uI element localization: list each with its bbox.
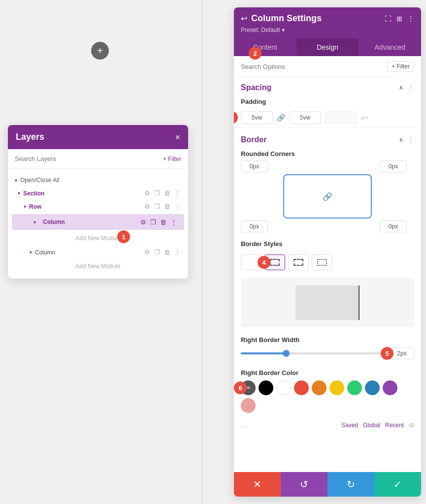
border-dashed-icon — [294, 259, 303, 266]
tree-item-column1[interactable]: ▾ Column ⚙ ❐ 🗑 ⋮ — [12, 214, 184, 230]
color-swatch-green[interactable] — [347, 380, 362, 395]
row-menu-icon[interactable]: ⋮ — [174, 202, 181, 211]
redo-button[interactable]: ↻ — [328, 472, 374, 497]
panel-filter-button[interactable]: + Filter — [387, 61, 414, 72]
column2-menu-icon[interactable]: ⋮ — [174, 248, 181, 256]
corner-top-right-input[interactable] — [380, 160, 407, 172]
tree-item-row[interactable]: ▾ Row ⚙ ❐ 🗑 ⋮ — [8, 200, 188, 213]
open-close-arrow-icon: ▾ — [15, 178, 17, 183]
color-swatch-black[interactable] — [259, 380, 273, 395]
step-badge-2: 2 — [249, 47, 262, 60]
padding-bottom-input[interactable] — [289, 111, 321, 124]
slider-fill — [241, 352, 284, 354]
panel-columns-icon[interactable]: ⊞ — [396, 15, 402, 23]
column2-icons: ⚙ ❐ 🗑 ⋮ — [144, 248, 181, 256]
color-swatch-blue[interactable] — [365, 380, 380, 395]
color-swatch-orange[interactable] — [312, 380, 327, 395]
cancel-button[interactable]: ✕ — [234, 472, 281, 497]
panel-preset[interactable]: Preset: Default ▾ — [241, 27, 414, 38]
panel-search-input[interactable] — [241, 63, 387, 70]
section-delete-icon[interactable]: 🗑 — [164, 189, 171, 197]
add-module-row-1: Add New Module — [8, 231, 188, 246]
section-settings-icon[interactable]: ⚙ — [144, 189, 151, 197]
tab-design[interactable]: Design — [296, 38, 359, 56]
color-swatch-yellow[interactable] — [329, 380, 344, 395]
column1-settings-icon[interactable]: ⚙ — [140, 218, 147, 226]
panel-header-top: ↩ Column Settings ⛶ ⊞ ⋮ — [241, 13, 414, 24]
padding-top-input[interactable] — [241, 111, 273, 124]
column2-duplicate-icon[interactable]: ❐ — [154, 248, 161, 256]
border-style-dotted2-button[interactable] — [312, 254, 332, 270]
panel-expand-icon[interactable]: ⛶ — [385, 15, 392, 23]
spacing-chevron-icon: ∧ — [399, 84, 403, 91]
layers-close-button[interactable]: × — [175, 133, 180, 142]
rounded-corners-label: Rounded Corners — [234, 147, 421, 160]
color-footer-dots: ... — [241, 422, 246, 429]
border-menu-icon[interactable]: ⋮ — [407, 136, 414, 144]
reset-button[interactable]: ↺ — [281, 472, 328, 497]
section-duplicate-icon[interactable]: ❐ — [154, 189, 161, 197]
layers-filter-button[interactable]: + Filter — [163, 156, 181, 162]
row-arrow-icon: ▾ — [24, 204, 26, 209]
row-delete-icon[interactable]: 🗑 — [164, 202, 171, 211]
row-duplicate-icon[interactable]: ❐ — [154, 202, 161, 211]
tree-item-section[interactable]: ▾ Section ⚙ ❐ 🗑 ⋮ — [8, 187, 188, 200]
layers-header: Layers × — [8, 125, 188, 149]
section-arrow-icon: ▾ — [18, 190, 20, 196]
corner-bottom-left-input[interactable] — [241, 220, 268, 232]
add-button[interactable]: + — [91, 42, 109, 60]
border-dotted2-icon — [317, 259, 327, 266]
slider-thumb[interactable] — [283, 350, 290, 357]
corners-link-icon[interactable]: 🔗 — [323, 192, 332, 201]
border-section-header: Border ∧ ⋮ — [234, 129, 421, 147]
tab-advanced[interactable]: Advanced — [359, 38, 421, 56]
border-preview-box — [295, 285, 360, 320]
add-new-module-button-2[interactable]: Add New Module — [75, 263, 120, 270]
border-controls: ∧ ⋮ — [399, 136, 414, 144]
section-label: Section — [23, 190, 141, 197]
padding-left-input[interactable] — [325, 111, 357, 124]
tree-open-close-all[interactable]: ▾ Open/Close All — [8, 174, 188, 187]
row-settings-icon[interactable]: ⚙ — [144, 202, 151, 211]
column1-duplicate-icon[interactable]: ❐ — [150, 218, 157, 226]
border-dotted-icon — [270, 259, 280, 266]
column-settings-panel: ↩ Column Settings ⛶ ⊞ ⋮ Preset: Default … — [234, 7, 421, 497]
color-swatch-pink[interactable] — [241, 398, 256, 413]
plus-icon: + — [97, 45, 103, 57]
color-swatch-white[interactable] — [276, 380, 291, 395]
column2-delete-icon[interactable]: 🗑 — [164, 248, 171, 256]
border-style-dashed-button[interactable] — [288, 254, 309, 270]
column2-arrow-icon: ▾ — [30, 250, 32, 255]
color-saved-button[interactable]: Saved — [341, 422, 358, 429]
color-swatch-red[interactable] — [294, 380, 309, 395]
panel-back-button[interactable]: ↩ — [241, 14, 247, 23]
column1-menu-icon[interactable]: ⋮ — [170, 218, 177, 226]
slider-track[interactable] — [241, 352, 385, 354]
slider-row: 5 — [241, 347, 414, 359]
step-badge-1: 1 — [117, 230, 130, 243]
step-badge-2-container: 2 — [249, 47, 262, 60]
corner-bottom-right-input[interactable] — [380, 220, 407, 232]
layers-search-input[interactable] — [15, 155, 163, 162]
tree-item-column2[interactable]: ▾ Column ⚙ ❐ 🗑 ⋮ — [8, 246, 188, 259]
tab-content[interactable]: Content — [234, 38, 296, 56]
color-gear-icon[interactable]: ⚙ — [409, 422, 414, 429]
color-global-button[interactable]: Global — [363, 422, 380, 429]
column2-settings-icon[interactable]: ⚙ — [144, 248, 151, 256]
spacing-menu-icon[interactable]: ⋮ — [407, 84, 414, 92]
slider-value-container: 5 — [390, 347, 414, 359]
save-button[interactable]: ✓ — [374, 472, 421, 497]
layers-search-bar: + Filter — [8, 149, 188, 169]
border-preview-right-line — [359, 285, 360, 320]
section-menu-icon[interactable]: ⋮ — [174, 189, 181, 197]
color-swatches: 6 ✏ — [241, 380, 414, 413]
color-swatch-purple[interactable] — [383, 380, 397, 395]
corner-top-left-input[interactable] — [241, 160, 268, 172]
add-new-module-button-1[interactable]: Add New Module — [75, 235, 120, 242]
border-styles-row: 4 — [234, 251, 421, 274]
panel-more-icon[interactable]: ⋮ — [407, 15, 414, 23]
padding-link-icon[interactable]: 🔗 — [277, 114, 285, 122]
column1-delete-icon[interactable]: 🗑 — [160, 218, 167, 226]
panel-title: Column Settings — [251, 13, 385, 24]
color-recent-button[interactable]: Recent — [385, 422, 404, 429]
